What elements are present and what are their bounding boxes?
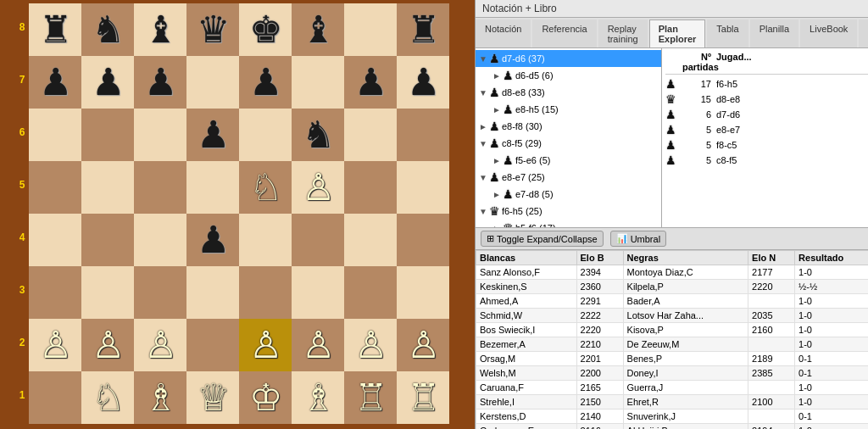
games-row-10[interactable]: Kerstens,D2140Snuverink,J0-11 [476,410,869,424]
piece-h8[interactable]: ♜ [407,11,440,48]
piece-a8[interactable]: ♜ [39,11,72,48]
piece-d8[interactable]: ♛ [197,11,230,48]
tree-item-2[interactable]: ►♟d6-d5 (6) [476,67,661,84]
tab-notacion[interactable]: Notación [476,20,531,47]
tree-item-8[interactable]: ▼♟e8-e7 (25) [476,169,661,186]
piece-e1[interactable]: ♔ [249,379,282,416]
piece-d6[interactable]: ♟ [197,116,230,153]
square-c2[interactable]: ♙ [134,319,186,371]
square-f5[interactable]: ♙ [292,161,344,214]
tree-item-10[interactable]: ▼♛f6-h5 (25) [476,203,661,220]
square-a5[interactable] [29,161,81,214]
tree-item-5[interactable]: ►♟e8-f8 (30) [476,118,661,135]
piece-h1[interactable]: ♖ [407,379,440,416]
tree-item-7[interactable]: ►♟f5-e6 (5) [476,152,661,169]
piece-e5[interactable]: ♘ [249,169,282,206]
square-b5[interactable] [81,161,134,214]
square-f4[interactable] [292,214,344,266]
piece-g7[interactable]: ♟ [354,64,387,101]
tree-arrow-5[interactable]: ► [479,122,487,131]
piece-e7[interactable]: ♟ [249,64,282,101]
square-c6[interactable] [134,109,186,161]
square-e4[interactable] [239,214,292,266]
square-g6[interactable] [344,109,397,161]
tree-arrow-9[interactable]: ► [492,190,501,199]
games-row-5[interactable]: Bezemer,A2210De Zeeuw,M1-01 [476,337,869,352]
square-a8[interactable]: ♜ [29,3,81,56]
square-b7[interactable]: ♟ [81,56,134,109]
tab-referencia[interactable]: Referencia [532,20,596,47]
square-d7[interactable] [186,56,239,109]
square-f6[interactable]: ♞ [292,109,344,161]
square-d8[interactable]: ♛ [186,3,239,56]
games-row-2[interactable]: Ahmed,A2291Bader,A1-02 [476,294,869,309]
tree-item-9[interactable]: ►♟e7-d8 (5) [476,186,661,203]
tree-arrow-2[interactable]: ► [492,71,501,81]
games-row-4[interactable]: Bos Swiecik,I2220Kisova,P21601-019 [476,323,869,337]
square-f8[interactable]: ♝ [292,3,344,56]
square-g4[interactable] [344,214,397,266]
piece-f6[interactable]: ♞ [302,116,335,153]
piece-c7[interactable]: ♟ [144,64,177,101]
tree-item-3[interactable]: ▼♟d8-e8 (33) [476,84,661,101]
piece-c1[interactable]: ♗ [144,379,177,416]
square-d4[interactable]: ♟ [186,214,239,266]
square-h2[interactable]: ♙ [397,319,449,371]
square-g8[interactable] [344,3,397,56]
games-row-9[interactable]: Strehle,I2150Ehret,R21001-01 [476,395,869,410]
square-d1[interactable]: ♕ [186,371,239,424]
square-b6[interactable] [81,109,134,161]
square-a7[interactable]: ♟ [29,56,81,109]
tree-item-1[interactable]: ▼♟d7-d6 (37) [476,50,661,67]
piece-a2[interactable]: ♙ [39,326,72,364]
piece-f2[interactable]: ♙ [302,326,335,364]
tab-tabla[interactable]: Tabla [707,20,748,47]
square-d3[interactable] [186,266,239,319]
tree-item-11[interactable]: ►♛h5-f6 (17) [476,220,661,227]
piece-c8[interactable]: ♝ [144,11,177,48]
square-g1[interactable]: ♖ [344,371,397,424]
square-b4[interactable] [81,214,134,266]
games-table-container[interactable]: BlancasElo BNegrasElo NResultadoA Sanz A… [476,250,868,429]
tree-arrow-11[interactable]: ► [492,224,501,228]
tree-arrow-6[interactable]: ▼ [479,139,487,148]
tab-livebook[interactable]: LiveBook [800,20,857,47]
square-g3[interactable] [344,266,397,319]
piece-d1[interactable]: ♕ [197,379,230,416]
square-a1[interactable] [29,371,81,424]
square-b2[interactable]: ♙ [81,319,134,371]
square-g7[interactable]: ♟ [344,56,397,109]
square-d2[interactable] [186,319,239,371]
square-c1[interactable]: ♗ [134,371,186,424]
tree-arrow-1[interactable]: ▼ [479,54,487,64]
tree-item-6[interactable]: ▼♟c8-f5 (29) [476,135,661,152]
square-d5[interactable] [186,161,239,214]
square-e6[interactable] [239,109,292,161]
tab-replay[interactable]: Replay training [598,20,648,47]
square-h5[interactable] [397,161,449,214]
square-c4[interactable] [134,214,186,266]
chess-board[interactable]: ♜♞♝♛♚♝♜♟♟♟♟♟♟♟♞♘♙♟♙♙♙♙♙♙♙♘♗♕♔♗♖♖ [29,3,453,427]
square-e7[interactable]: ♟ [239,56,292,109]
tree-arrow-3[interactable]: ▼ [479,88,487,98]
square-e1[interactable]: ♔ [239,371,292,424]
square-f2[interactable]: ♙ [292,319,344,371]
square-f1[interactable]: ♗ [292,371,344,424]
square-e3[interactable] [239,266,292,319]
piece-b7[interactable]: ♟ [92,64,125,101]
piece-e8[interactable]: ♚ [249,11,282,48]
square-f7[interactable] [292,56,344,109]
piece-f5[interactable]: ♙ [302,169,335,206]
square-c7[interactable]: ♟ [134,56,186,109]
square-a2[interactable]: ♙ [29,319,81,371]
piece-a7[interactable]: ♟ [39,64,72,101]
square-c5[interactable] [134,161,186,214]
square-b3[interactable] [81,266,134,319]
tree-arrow-4[interactable]: ► [492,105,501,114]
square-a4[interactable] [29,214,81,266]
piece-c2[interactable]: ♙ [144,326,177,364]
piece-b1[interactable]: ♘ [92,379,125,416]
square-e8[interactable]: ♚ [239,3,292,56]
square-f3[interactable] [292,266,344,319]
tab-planilla[interactable]: Planilla [750,20,798,47]
